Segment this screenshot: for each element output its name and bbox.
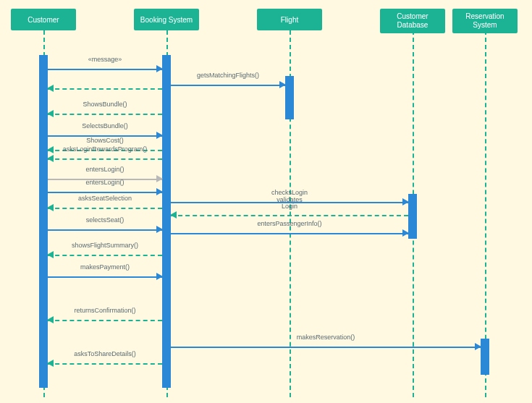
message-4: SelectsBundle(): [48, 130, 162, 140]
message-3: ShowsBundle(): [48, 109, 162, 119]
message-label: asksToShareDetails(): [74, 350, 136, 357]
activation-database: [408, 194, 417, 239]
message-label: «message»: [88, 56, 122, 63]
lifeline-header-booking: Booking System: [134, 9, 199, 30]
message-14: showsFlightSummary(): [48, 250, 162, 260]
message-17: makesReservation(): [171, 342, 481, 352]
message-12: selectsSeat(): [48, 224, 162, 234]
message-5: ShowsCost(): [48, 145, 162, 155]
message-2: [48, 83, 162, 93]
message-label: ShowsBundle(): [83, 101, 127, 108]
message-label: selectsSeat(): [86, 216, 124, 224]
lifeline-header-database: CustomerDatabase: [380, 9, 445, 33]
message-label: showsFlightSummary(): [72, 242, 138, 249]
message-label: returnsConfirmation(): [74, 307, 135, 314]
message-1: getsMatchingFlights(): [171, 80, 285, 90]
message-label: entersLogin(): [85, 179, 124, 186]
message-6: asksLoginRewardsProgram(): [48, 153, 162, 164]
message-15: makesPayment(): [48, 271, 162, 281]
message-label: entersLogin(): [85, 166, 124, 173]
lifeline-header-customer: Customer: [11, 9, 76, 30]
lifeline-header-reservation: ReservationSystem: [452, 9, 518, 33]
activation-customer: [39, 55, 48, 388]
message-label: getsMatchingFlights(): [197, 72, 259, 79]
activation-flight: [285, 76, 294, 119]
message-18: asksToShareDetails(): [48, 358, 162, 368]
message-16: returnsConfirmation(): [48, 315, 162, 325]
message-7: entersLogin(): [48, 174, 162, 184]
message-label: makesReservation(): [297, 334, 355, 341]
message-label: SelectsBundle(): [82, 122, 128, 130]
message-label: makesPayment(): [80, 263, 130, 271]
message-label: asksLoginRewardsProgram(): [63, 145, 148, 153]
activation-booking: [162, 55, 171, 388]
message-8: entersLogin(): [48, 187, 162, 197]
lifeline-header-flight: Flight: [257, 9, 322, 30]
activation-reservation: [481, 339, 489, 375]
message-0: «message»: [48, 64, 162, 74]
message-label: asksSeatSelection: [78, 195, 132, 202]
message-10: asksSeatSelection: [48, 203, 162, 213]
message-label: ShowsCost(): [86, 137, 124, 144]
